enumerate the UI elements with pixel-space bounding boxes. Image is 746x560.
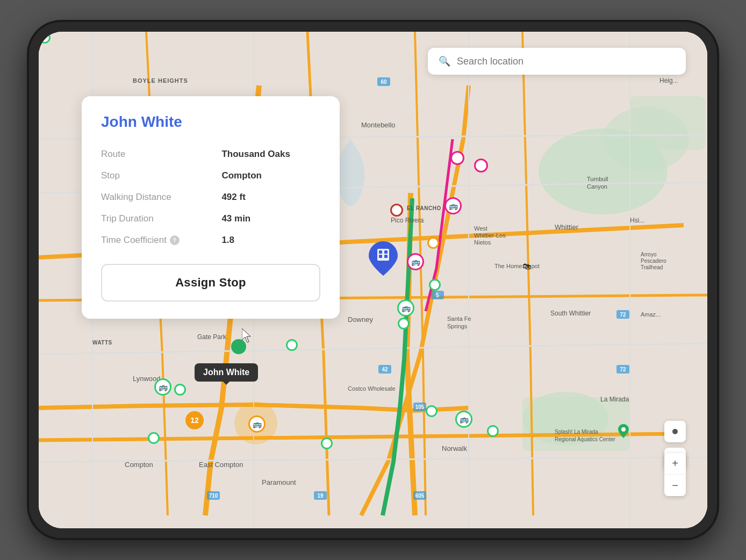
svg-text:Pescadero: Pescadero [641, 258, 666, 264]
stop-green-3 [148, 432, 160, 444]
svg-text:EL RANCHO: EL RANCHO [407, 205, 441, 211]
svg-rect-61 [379, 255, 382, 258]
person-name: John White [101, 113, 320, 131]
route-label: Route [101, 143, 221, 165]
stop-red-1 [390, 204, 403, 217]
svg-rect-59 [379, 250, 382, 254]
coeff-label-text: Time Coefficient [101, 235, 167, 246]
svg-rect-62 [384, 255, 388, 258]
duration-label: Trip Duration [101, 208, 221, 229]
svg-text:East Compton: East Compton [199, 461, 243, 469]
svg-text:Costco Wholesale: Costco Wholesale [348, 385, 396, 392]
svg-text:Whittier-Los: Whittier-Los [474, 232, 506, 239]
svg-text:105: 105 [415, 404, 425, 410]
screen: 60 710 605 105 19 5 42 72 72 BOYLE HEI [39, 32, 707, 528]
zoom-controls: + − [664, 453, 686, 496]
walking-row: Walking Distance 492 ft [101, 186, 320, 208]
svg-text:Heig...: Heig... [659, 77, 678, 84]
bus-icon-green-2: 🚌 [455, 411, 472, 428]
svg-text:60: 60 [381, 79, 387, 85]
search-input[interactable] [457, 56, 675, 67]
coeff-row: Time Coefficient ? 1.8 [101, 229, 320, 251]
stop-green-5 [321, 437, 333, 449]
assign-stop-label: Assign Stop [175, 276, 246, 289]
search-bar[interactable]: 🔍 [428, 48, 686, 75]
location-dot [672, 429, 678, 434]
svg-text:5: 5 [436, 292, 439, 298]
svg-text:42: 42 [382, 367, 388, 372]
badge-number: 12 [190, 416, 199, 425]
svg-text:Whittier: Whittier [555, 223, 579, 231]
search-icon: 🔍 [439, 55, 450, 67]
svg-text:Compton: Compton [125, 461, 153, 469]
svg-rect-60 [384, 250, 388, 254]
number-badge-12: 12 [185, 411, 204, 429]
stop-green-10 [39, 32, 51, 44]
help-icon[interactable]: ? [170, 235, 180, 245]
svg-text:605: 605 [415, 493, 425, 499]
svg-text:South Whittier: South Whittier [550, 310, 591, 317]
svg-text:Nietos: Nietos [474, 239, 491, 246]
device-frame: 60 710 605 105 19 5 42 72 72 BOYLE HEI [29, 22, 717, 538]
svg-text:710: 710 [209, 493, 218, 499]
svg-text:Regional Aquatics Center: Regional Aquatics Center [555, 436, 616, 442]
stop-green-2 [174, 384, 186, 396]
blue-pin-marker [369, 241, 398, 278]
location-button[interactable] [664, 421, 686, 442]
route-value: Thousand Oaks [221, 143, 320, 165]
zoom-out-button[interactable]: − [664, 475, 686, 496]
svg-text:The Home Depot: The Home Depot [494, 263, 540, 269]
shopping-icon: 🛍 [522, 262, 531, 271]
svg-text:72: 72 [620, 367, 626, 372]
svg-text:Amaz...: Amaz... [641, 311, 661, 318]
svg-rect-5 [522, 397, 630, 451]
svg-text:Norwalk: Norwalk [442, 444, 467, 453]
svg-rect-3 [630, 96, 705, 150]
svg-text:West: West [474, 225, 487, 232]
tooltip-john-white: John White [195, 363, 258, 382]
svg-point-63 [621, 427, 626, 432]
svg-text:Pico Rivera: Pico Rivera [391, 217, 424, 224]
stop-green-4 [286, 339, 298, 351]
stop-green-7 [429, 279, 441, 291]
svg-text:Springs: Springs [447, 323, 468, 329]
bus-icon-green-1: 🚌 [397, 299, 414, 317]
stop-filled-1 [231, 339, 246, 354]
svg-text:BOYLE HEIGHTS: BOYLE HEIGHTS [133, 77, 188, 84]
duration-row: Trip Duration 43 min [101, 208, 320, 229]
svg-text:Trailhead: Trailhead [641, 264, 663, 270]
stop-green-8 [487, 425, 499, 437]
walking-label: Walking Distance [101, 186, 221, 208]
stop-green-9 [426, 405, 437, 417]
zoom-in-button[interactable]: + [664, 453, 686, 475]
stop-pink-2 [474, 159, 488, 173]
svg-text:La Mirada: La Mirada [600, 396, 629, 403]
svg-text:Turnbull: Turnbull [587, 176, 608, 182]
tooltip-text: John White [203, 368, 249, 377]
svg-text:Arroyo: Arroyo [641, 252, 657, 257]
stop-value: Compton [221, 165, 320, 186]
svg-text:Downey: Downey [348, 315, 373, 324]
stop-row: Stop Compton [101, 165, 320, 186]
route-row: Route Thousand Oaks [101, 143, 320, 165]
assign-stop-button[interactable]: Assign Stop [101, 264, 320, 301]
duration-value: 43 min [221, 208, 320, 229]
walking-value: 492 ft [221, 186, 320, 208]
coeff-label: Time Coefficient ? [101, 229, 221, 251]
info-table: Route Thousand Oaks Stop Compton Walking… [101, 143, 320, 251]
svg-text:Splash! La Mirada: Splash! La Mirada [555, 429, 598, 435]
svg-text:19: 19 [317, 493, 324, 499]
svg-text:Santa Fe: Santa Fe [447, 315, 471, 322]
svg-text:Montebello: Montebello [361, 121, 396, 129]
svg-text:WATTS: WATTS [92, 340, 112, 346]
stop-orange-1 [427, 237, 439, 249]
stop-pink-1 [450, 151, 464, 165]
svg-text:Paramount: Paramount [262, 478, 296, 486]
coeff-value: 1.8 [221, 229, 320, 251]
stop-green-6 [398, 318, 410, 329]
bus-icon-orange-1: 🚌 [248, 415, 266, 433]
svg-text:Hsi...: Hsi... [630, 217, 644, 224]
stop-label: Stop [101, 165, 221, 186]
bus-icon-green-3: 🚌 [154, 378, 171, 396]
svg-text:Gate Park: Gate Park [197, 333, 227, 341]
